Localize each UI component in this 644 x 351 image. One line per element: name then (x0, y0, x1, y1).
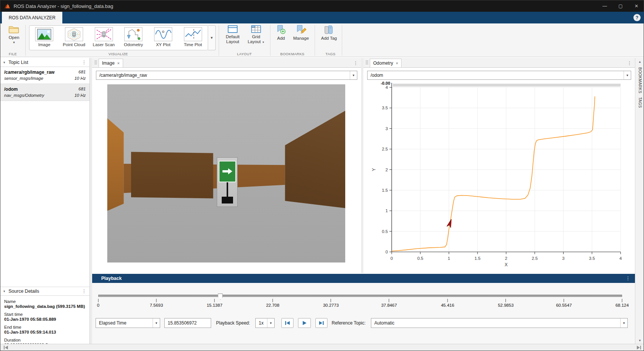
visualize-gallery: Image Point Cloud (29, 25, 208, 50)
grid-layout-button[interactable]: Grid Layout ▼ (245, 25, 267, 44)
visualize-xy-plot-button[interactable]: XY Plot (148, 26, 178, 50)
odometry-topic-select[interactable]: /odom ▼ (367, 71, 631, 80)
source-details-panel: ▾ Source Details ⋮ Name sign_following_d… (0, 287, 90, 351)
field-value: 01-Jan-1970 05:59:14.013 (4, 330, 86, 334)
chevron-down-icon[interactable]: ▼ (350, 71, 357, 79)
chevron-down-icon[interactable]: ▼ (620, 318, 627, 328)
close-icon[interactable]: × (396, 61, 398, 65)
step-back-button[interactable] (281, 318, 293, 328)
step-forward-button[interactable] (315, 318, 327, 328)
ribbon-toolbar: Open ▼ FILE Image (0, 23, 644, 57)
chevron-down-icon[interactable]: ▼ (153, 318, 160, 328)
window-controls: — ▢ ✕ (597, 0, 644, 12)
tab-ros-data-analyzer[interactable]: ROS DATA ANALYZER (2, 12, 62, 23)
section-divider (25, 25, 26, 56)
playback-slider-track[interactable] (98, 295, 622, 297)
play-button[interactable] (298, 318, 311, 328)
timeline-tick: 7.5693 (150, 299, 163, 308)
kebab-menu-icon[interactable]: ⋮ (627, 61, 632, 65)
kebab-menu-icon[interactable]: ⋮ (82, 289, 86, 293)
tab-label: Odometry (373, 61, 393, 66)
svg-text:3.5: 3.5 (589, 256, 595, 261)
rail-tab-bookmarks[interactable]: BOOKMARKS (638, 67, 642, 93)
topic-count: 681 (79, 70, 86, 75)
topic-row-odom[interactable]: /odom681 nav_msgs/Odometry10 Hz (0, 84, 90, 101)
kebab-menu-icon[interactable]: ⋮ (353, 61, 358, 65)
gallery-label: Odometry (124, 42, 143, 47)
selected-topic: /odom (371, 73, 383, 78)
gallery-expand-button[interactable]: ▼ (208, 25, 216, 50)
topic-rate: 10 Hz (74, 76, 86, 81)
manage-bookmarks-button[interactable]: Manage (290, 25, 312, 41)
maximize-button[interactable]: ▢ (613, 0, 629, 12)
chevron-down-icon[interactable]: ▼ (635, 339, 644, 342)
add-bookmark-button[interactable]: Add (273, 25, 289, 41)
add-tag-label: Add Tag (321, 36, 337, 41)
section-divider (219, 25, 219, 56)
svg-text:2.5: 2.5 (382, 147, 388, 151)
topic-list-title: Topic List (9, 60, 28, 65)
detail-field-name: Name sign_following_data.bag (599.3175 M… (0, 299, 90, 309)
section-label-visualize: VISUALIZE (108, 52, 128, 56)
tab-image[interactable]: Image × (99, 59, 123, 67)
svg-text:1.5: 1.5 (474, 256, 480, 261)
chevron-down-icon[interactable]: ▼ (12, 41, 15, 44)
reference-topic-select[interactable]: Automatic ▼ (371, 318, 628, 328)
chevron-down-icon[interactable]: ▼ (267, 318, 274, 328)
visualize-image-button[interactable]: Image (29, 26, 59, 50)
selected-topic: /camera/rgb/image_raw (99, 73, 147, 78)
chevron-down-icon[interactable]: ▼ (624, 71, 631, 79)
image-panel: Image × ⋮ /camera/rgb/image_raw ▼ (92, 58, 361, 273)
time-value-input[interactable]: 15.853506972 (164, 318, 211, 328)
help-icon[interactable]: ? (633, 14, 641, 21)
topic-name: /camera/rgb/image_raw (4, 70, 54, 75)
kebab-menu-icon[interactable]: ⋮ (625, 276, 630, 280)
timeline-tick: 52.9853 (498, 299, 514, 308)
grid-layout-icon (251, 25, 261, 33)
rail-tab-tags[interactable]: TAGS (638, 97, 642, 108)
visualize-point-cloud-button[interactable]: Point Cloud (59, 26, 89, 50)
reference-topic-value: Automatic (374, 320, 394, 326)
visualize-time-plot-button[interactable]: Time Plot (178, 26, 208, 50)
timeline-tick: 30.2773 (323, 299, 339, 308)
image-topic-select[interactable]: /camera/rgb/image_raw ▼ (96, 71, 357, 80)
chevron-up-icon[interactable]: ▲ (635, 60, 644, 64)
playback-title: Playback (101, 276, 122, 281)
add-tag-button[interactable]: Add Tag (319, 25, 339, 41)
kebab-menu-icon[interactable]: ⋮ (82, 61, 86, 64)
open-button[interactable]: Open ▼ (4, 25, 24, 44)
manage-bookmarks-icon (295, 25, 307, 35)
field-label: Duration (4, 338, 86, 342)
default-layout-button[interactable]: Default Layout (222, 25, 243, 44)
tab-odometry[interactable]: Odometry × (370, 59, 402, 67)
laser-scan-icon (95, 27, 113, 41)
default-layout-label: Default Layout (222, 34, 243, 44)
time-mode-value: Elapsed Time (99, 320, 127, 326)
timeline-tick: 0 (97, 299, 99, 308)
collapse-icon[interactable]: ▾ (3, 61, 5, 64)
collapse-left-icon[interactable] (3, 345, 9, 350)
collapse-right-icon[interactable] (636, 345, 641, 350)
drag-handle-icon[interactable] (94, 61, 97, 65)
folder-icon (8, 25, 20, 34)
speed-select[interactable]: 1x ▼ (255, 318, 275, 328)
gallery-label: Point Cloud (63, 42, 85, 47)
gallery-label: XY Plot (156, 42, 170, 47)
svg-text:0: 0 (386, 250, 388, 254)
topic-row-camera[interactable]: /camera/rgb/image_raw681 sensor_msgs/Ima… (0, 67, 90, 84)
odometry-xy-chart[interactable]: 00.511.522.533.5400.511.522.533.54XY-0.0… (363, 80, 635, 276)
collapse-icon[interactable]: ▾ (3, 289, 5, 293)
visualize-odometry-button[interactable]: Odometry (119, 26, 148, 50)
close-icon[interactable]: × (117, 61, 119, 65)
playback-panel: Playback ⋮ 0 7.5693 15.1387 22.708 30.27… (92, 274, 635, 345)
window-title: ROS Data Analyzer - sign_following_data.… (14, 3, 113, 9)
drag-handle-icon[interactable] (366, 61, 368, 65)
reference-topic-label: Reference Topic: (332, 320, 366, 326)
play-icon (302, 321, 307, 325)
visualize-laser-scan-button[interactable]: Laser Scan (89, 26, 119, 50)
minimize-button[interactable]: — (597, 0, 613, 12)
close-button[interactable]: ✕ (629, 0, 644, 12)
time-mode-select[interactable]: Elapsed Time ▼ (96, 318, 160, 328)
matlab-logo-icon (4, 3, 11, 9)
section-label-tags: TAGS (326, 52, 335, 56)
